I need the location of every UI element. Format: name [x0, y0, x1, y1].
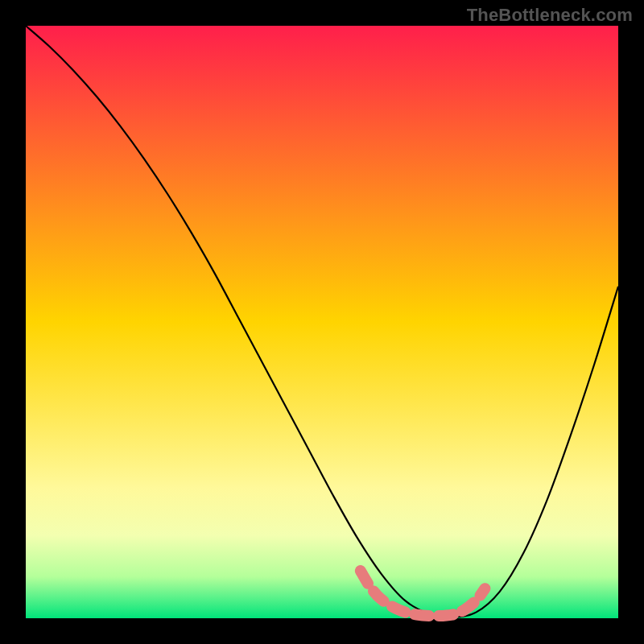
gradient-background	[26, 26, 618, 618]
bottleneck-chart	[0, 0, 644, 644]
chart-frame: TheBottleneck.com	[0, 0, 644, 644]
watermark-text: TheBottleneck.com	[467, 5, 633, 26]
